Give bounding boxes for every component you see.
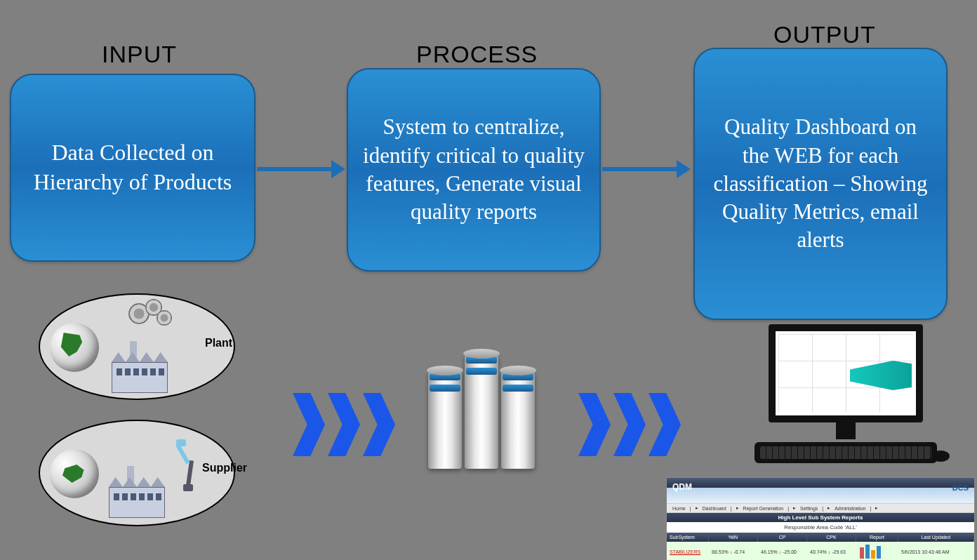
monitor-icon [755, 324, 937, 463]
plant-label: Plant [205, 337, 232, 349]
gears-icon [124, 298, 180, 347]
input-box-text: Data Collected on Hierarchy of Products [24, 138, 241, 196]
factory-icon [106, 344, 172, 393]
output-box-text: Quality Dashboard on the WEB for each cl… [709, 113, 932, 254]
dashboard-row: STABILIZERS 88.53% ↓ -0.74 46.15% ↓ -25.… [667, 542, 974, 560]
dashboard-brand: QDM [672, 482, 692, 492]
arrow-input-to-process [257, 167, 333, 171]
nav-item[interactable]: Settings [800, 506, 818, 511]
output-box: Quality Dashboard on the WEB for each cl… [693, 48, 948, 320]
process-stage-label: PROCESS [416, 41, 538, 68]
globe-na-icon [50, 323, 99, 372]
dashboard-nav: Home|▸ Dashboard|▸ Report Generation|▸ S… [667, 503, 974, 513]
globe-eu-icon [50, 449, 99, 498]
chevrons-to-servers [293, 393, 398, 456]
dashboard-screenshot: QDM DCS Home|▸ Dashboard|▸ Report Genera… [666, 477, 975, 560]
robotic-arm-icon [173, 435, 201, 491]
output-stage-label: OUTPUT [773, 21, 876, 48]
nav-item[interactable]: Dashboard [703, 506, 726, 511]
process-box-text: System to centralize, identify critical … [362, 113, 585, 226]
chevrons-to-output [578, 393, 684, 456]
input-box: Data Collected on Hierarchy of Products [10, 74, 255, 262]
nav-item[interactable]: Administration [835, 506, 865, 511]
nav-item[interactable]: Home [672, 506, 686, 511]
dashboard-table-header: SubSystem %IN CP CPK Report Last Updated [667, 533, 974, 542]
row-name[interactable]: STABILIZERS [667, 549, 709, 554]
factory-icon-2 [103, 469, 169, 518]
dashboard-subtitle: Responsible Area Code 'ALL' [667, 522, 974, 533]
arrow-process-to-output [602, 167, 678, 171]
process-box: System to centralize, identify critical … [347, 68, 601, 272]
dashboard-logo-right: DCS [952, 484, 969, 492]
server-cluster-icon [428, 354, 535, 469]
dashboard-title: High Level Sub System Reports [667, 513, 974, 522]
mini-bar-chart-icon [856, 545, 898, 559]
input-stage-label: INPUT [102, 41, 177, 68]
supplier-label: Supplier [202, 462, 247, 474]
nav-item[interactable]: Report Generation [743, 506, 784, 511]
